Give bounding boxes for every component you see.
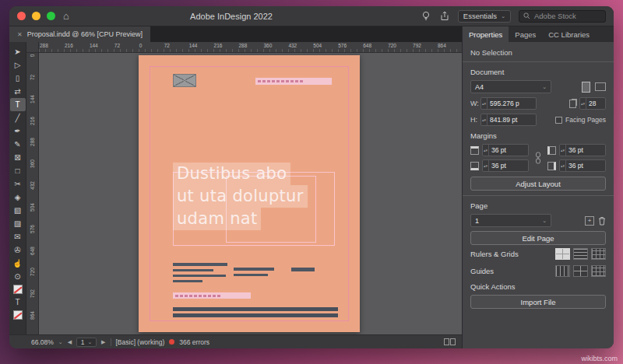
- ruler-origin-corner[interactable]: [26, 42, 39, 53]
- chevron-down-icon: ⌄: [501, 13, 505, 19]
- share-icon[interactable]: [439, 11, 450, 22]
- page-count-field[interactable]: ▴▾ 28: [579, 97, 606, 110]
- facing-pages-label: Facing Pages: [565, 116, 606, 124]
- width-field[interactable]: ▴▾ 595.276 p: [480, 97, 537, 110]
- gradient-swatch-tool[interactable]: ▧: [10, 204, 26, 217]
- eyedropper-tool[interactable]: ✇: [10, 243, 26, 257]
- zoom-level[interactable]: 66.08%: [31, 338, 54, 346]
- tab-cc-libraries[interactable]: CC Libraries: [542, 26, 596, 42]
- baseline-grid-icon[interactable]: [573, 248, 588, 260]
- stepper-icon[interactable]: ▴▾: [481, 114, 487, 125]
- pasteboard[interactable]: Dustibus abo ut uta doluptur udam nat: [39, 53, 462, 334]
- body-text-bar: [291, 268, 315, 271]
- page-number-value: 1: [81, 338, 85, 346]
- body-text-bar: [173, 263, 227, 266]
- margin-top-value: 36 pt: [489, 146, 509, 154]
- minimize-window-button[interactable]: [32, 12, 40, 20]
- workspace-label: Essentials: [463, 12, 497, 20]
- zoom-tool[interactable]: ⊙: [10, 270, 26, 283]
- close-tab-icon[interactable]: ✕: [17, 31, 23, 38]
- line-tool[interactable]: ╱: [10, 111, 26, 124]
- margin-left-value: 36 pt: [566, 146, 586, 154]
- delete-page-icon[interactable]: [598, 216, 606, 226]
- search-placeholder: Adobe Stock: [534, 12, 576, 20]
- rectangle-frame-tool[interactable]: ⊠: [10, 151, 26, 164]
- note-tool[interactable]: ✉: [10, 230, 26, 243]
- document-tab[interactable]: ✕ Proposal.indd @ 66% [CPU Preview]: [9, 26, 150, 42]
- spread-view-icon[interactable]: [444, 338, 456, 345]
- link-margins-icon[interactable]: [535, 152, 541, 164]
- direct-selection-tool[interactable]: ▷: [10, 58, 26, 72]
- h-ruler-tick: 72: [164, 42, 188, 52]
- column-guides-icon[interactable]: [555, 265, 570, 277]
- previous-page-button[interactable]: ◀: [68, 339, 72, 345]
- zoom-window-button[interactable]: [47, 12, 55, 20]
- margin-left-field[interactable]: ▴▾ 36 pt: [559, 144, 606, 156]
- headline-text[interactable]: Dustibus abo ut uta doluptur udam nat: [173, 163, 308, 230]
- stepper-icon[interactable]: ▴▾: [560, 145, 566, 156]
- close-window-button[interactable]: [17, 12, 26, 20]
- h-ruler-tick: 648: [362, 42, 387, 52]
- rectangle-tool[interactable]: □: [10, 164, 26, 177]
- v-ruler-tick: 576: [26, 226, 38, 248]
- h-ruler-tick: 72: [114, 42, 139, 52]
- page-number-box[interactable]: 1 ⌄: [76, 338, 97, 347]
- page-tool[interactable]: ▯: [10, 72, 26, 85]
- workspace-switcher[interactable]: Essentials ⌄: [458, 10, 511, 23]
- pen-tool[interactable]: ✒: [10, 124, 26, 138]
- fill-none-swatch[interactable]: [13, 285, 23, 294]
- tab-pages[interactable]: Pages: [509, 26, 542, 42]
- hand-tool[interactable]: ☝: [10, 257, 26, 270]
- document-grid-icon[interactable]: [591, 248, 606, 260]
- vertical-ruler[interactable]: 072144216288360432504576648720792864: [26, 53, 39, 334]
- import-file-button[interactable]: Import File: [470, 295, 606, 309]
- properties-panel: Properties Pages CC Libraries No Selecti…: [462, 26, 614, 348]
- stepper-icon[interactable]: ▴▾: [560, 160, 566, 171]
- edit-page-button[interactable]: Edit Page: [470, 231, 606, 245]
- adobe-stock-search[interactable]: Adobe Stock: [519, 10, 606, 23]
- stroke-none-swatch[interactable]: [13, 310, 23, 320]
- zoom-chevron-icon[interactable]: ⌄: [58, 339, 63, 345]
- portrait-orientation-button[interactable]: [582, 82, 590, 93]
- gradient-feather-tool[interactable]: ▨: [10, 217, 26, 230]
- document-tab-bar: ✕ Proposal.indd @ 66% [CPU Preview]: [9, 26, 462, 42]
- next-page-button[interactable]: ▶: [101, 339, 105, 345]
- tab-properties[interactable]: Properties: [463, 26, 509, 42]
- chevron-down-icon: ⌄: [542, 84, 547, 89]
- guides-grid-icon[interactable]: [591, 265, 606, 277]
- formatting-affects-text[interactable]: T: [10, 296, 26, 309]
- show-rulers-icon[interactable]: [555, 248, 570, 260]
- logo-image-frame[interactable]: [173, 74, 196, 87]
- stepper-icon[interactable]: ▴▾: [481, 98, 487, 109]
- page-size-select[interactable]: A4 ⌄: [470, 80, 551, 93]
- page-size-value: A4: [475, 83, 484, 91]
- margin-bottom-field[interactable]: ▴▾ 36 pt: [482, 159, 529, 172]
- height-field[interactable]: ▴▾ 841.89 pt: [480, 114, 537, 126]
- scissors-tool[interactable]: ✂: [10, 177, 26, 191]
- selection-tool[interactable]: ➤: [10, 45, 26, 58]
- stepper-icon[interactable]: ▴▾: [483, 145, 489, 156]
- pencil-tool[interactable]: ✎: [10, 138, 26, 151]
- free-transform-tool[interactable]: ◈: [10, 191, 26, 204]
- add-page-icon[interactable]: +: [585, 216, 594, 226]
- stepper-icon[interactable]: ▴▾: [580, 98, 586, 109]
- gap-tool[interactable]: ⇄: [10, 85, 26, 98]
- smart-guides-icon[interactable]: [573, 265, 588, 277]
- landscape-orientation-button[interactable]: [595, 82, 606, 91]
- margin-top-field[interactable]: ▴▾ 36 pt: [482, 144, 529, 156]
- type-tool[interactable]: T: [10, 98, 26, 111]
- width-label: W:: [470, 100, 480, 107]
- discover-bulb-icon[interactable]: [421, 11, 431, 22]
- margin-right-field[interactable]: ▴▾ 36 pt: [559, 159, 606, 172]
- stepper-icon[interactable]: ▴▾: [483, 160, 489, 171]
- v-ruler-tick: 360: [26, 161, 38, 183]
- preflight-errors[interactable]: 366 errors: [179, 338, 209, 346]
- adjust-layout-button[interactable]: Adjust Layout: [470, 177, 606, 191]
- horizontal-ruler[interactable]: 2882161447207214421628836043250457664872…: [39, 42, 462, 53]
- home-icon[interactable]: ⌂: [63, 11, 69, 21]
- document-page[interactable]: Dustibus abo ut uta doluptur udam nat: [139, 55, 360, 332]
- titlebar: ⌂ Adobe InDesign 2022 Essentials ⌄ Adobe…: [9, 6, 614, 26]
- current-page-select[interactable]: 1 ⌄: [470, 214, 551, 227]
- facing-pages-checkbox[interactable]: [555, 117, 562, 124]
- preflight-profile[interactable]: [Basic] (working): [116, 338, 165, 346]
